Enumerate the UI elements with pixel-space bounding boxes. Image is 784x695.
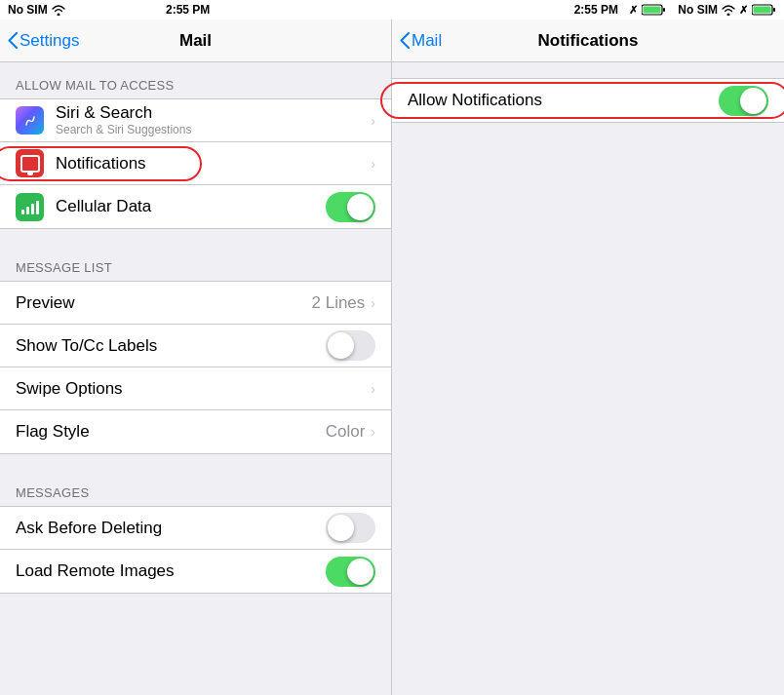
spacer-1 <box>0 229 391 245</box>
notifications-chevron: › <box>371 156 375 172</box>
allow-notifications-group: Allow Notifications <box>392 78 784 123</box>
bar3 <box>31 204 34 214</box>
show-tocc-toggle[interactable] <box>326 330 375 361</box>
preview-chevron: › <box>371 295 375 311</box>
swipe-options-label: Swipe Options <box>16 379 371 399</box>
left-sim-label: No SIM <box>8 3 48 17</box>
right-sim-label: No SIM <box>678 3 718 17</box>
section-messages: MESSAGES <box>0 470 391 506</box>
preview-value: 2 Lines <box>312 293 366 313</box>
svg-rect-4 <box>773 8 775 12</box>
cellular-toggle-knob <box>347 194 373 220</box>
ask-before-deleting-row[interactable]: Ask Before Deleting <box>0 507 391 550</box>
notifications-label: Notifications <box>56 154 371 174</box>
svg-rect-1 <box>663 8 665 12</box>
right-time: 2:55 PM <box>574 3 618 17</box>
swipe-options-chevron: › <box>371 381 375 397</box>
cellular-data-label: Cellular Data <box>56 197 326 216</box>
allow-notifications-row[interactable]: Allow Notifications <box>392 79 784 122</box>
status-bar: No SIM 2:55 PM ✗ No SIM 2:55 PM ✗ <box>0 0 784 19</box>
messages-group: Ask Before Deleting Load Remote Images <box>0 506 391 594</box>
notifications-row[interactable]: Notifications › <box>0 142 391 185</box>
show-tocc-knob <box>328 332 354 359</box>
section-allow-access: ALLOW MAIL TO ACCESS <box>0 62 391 98</box>
left-wifi-icon <box>52 5 65 16</box>
bar4 <box>36 201 39 214</box>
cellular-bars <box>21 199 39 214</box>
right-nav-bar: Mail Notifications <box>392 19 784 62</box>
left-nav-bar: Settings Mail <box>0 19 391 62</box>
swipe-options-row[interactable]: Swipe Options › <box>0 367 391 410</box>
load-remote-label: Load Remote Images <box>16 561 326 581</box>
right-back-label: Mail <box>412 31 442 51</box>
allow-notifications-label: Allow Notifications <box>408 91 719 110</box>
message-list-group: Preview 2 Lines › Show To/Cc Labels Swip… <box>0 281 391 454</box>
siri-search-row[interactable]: Siri & Search Search & Siri Suggestions … <box>0 99 391 142</box>
ask-deleting-knob <box>328 515 354 541</box>
show-tocc-label: Show To/Cc Labels <box>16 336 326 356</box>
siri-search-main-label: Siri & Search <box>56 103 152 122</box>
flag-style-label: Flag Style <box>16 422 326 442</box>
right-back-button[interactable]: Mail <box>400 31 442 51</box>
flag-style-chevron: › <box>371 424 375 440</box>
notif-icon-inner <box>20 155 40 173</box>
preview-row[interactable]: Preview 2 Lines › <box>0 282 391 325</box>
load-remote-toggle[interactable] <box>326 557 375 587</box>
status-left: No SIM 2:55 PM <box>0 0 392 19</box>
section-message-list: MESSAGE LIST <box>0 245 391 281</box>
left-panel: Settings Mail ALLOW MAIL TO ACCESS Siri … <box>0 19 392 695</box>
load-remote-row[interactable]: Load Remote Images <box>0 550 391 593</box>
preview-label: Preview <box>16 293 312 313</box>
right-bluetooth-icon: ✗ <box>629 4 638 17</box>
right-bt-icon2: ✗ <box>739 4 748 17</box>
status-right: ✗ No SIM 2:55 PM ✗ <box>392 0 784 19</box>
siri-search-icon <box>16 106 44 135</box>
notifications-icon <box>16 149 44 177</box>
show-tocc-row[interactable]: Show To/Cc Labels <box>0 325 391 367</box>
ask-before-deleting-toggle[interactable] <box>326 513 375 543</box>
load-remote-knob <box>347 559 373 585</box>
svg-rect-2 <box>644 7 661 14</box>
bar1 <box>21 210 24 214</box>
flag-style-row[interactable]: Flag Style Color › <box>0 410 391 453</box>
siri-search-label-wrap: Siri & Search Search & Siri Suggestions <box>56 103 371 136</box>
left-back-button[interactable]: Settings <box>8 31 79 51</box>
cellular-data-row[interactable]: Cellular Data <box>0 185 391 228</box>
bar2 <box>26 207 29 214</box>
left-back-label: Settings <box>20 31 79 51</box>
allow-notifications-toggle[interactable] <box>719 86 768 116</box>
flag-style-value: Color <box>326 422 366 442</box>
right-wifi-icon <box>722 5 735 16</box>
siri-search-sublabel: Search & Siri Suggestions <box>56 123 371 136</box>
right-battery-icon2 <box>752 4 776 16</box>
right-battery-icon <box>642 4 666 16</box>
left-nav-title: Mail <box>179 31 212 51</box>
siri-search-chevron: › <box>371 113 375 129</box>
right-spacer <box>392 62 784 78</box>
right-content: Allow Notifications <box>392 62 784 695</box>
cellular-icon <box>16 193 44 221</box>
allow-notif-knob <box>740 88 766 114</box>
right-nav-title: Notifications <box>538 31 639 51</box>
right-panel: Mail Notifications Allow Notifications <box>392 19 784 695</box>
left-time: 2:55 PM <box>166 3 210 17</box>
spacer-2 <box>0 454 391 470</box>
cellular-toggle[interactable] <box>326 192 375 222</box>
allow-access-group: Siri & Search Search & Siri Suggestions … <box>0 98 391 229</box>
svg-rect-5 <box>754 7 771 14</box>
ask-before-deleting-label: Ask Before Deleting <box>16 519 326 538</box>
